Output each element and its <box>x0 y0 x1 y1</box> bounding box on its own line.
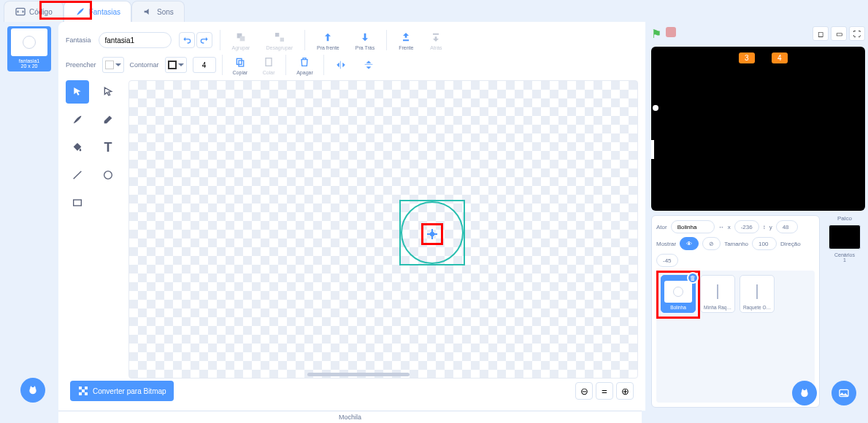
copy-button[interactable]: Copiar <box>228 54 253 77</box>
zoom-out-button[interactable]: ⊖ <box>575 382 593 400</box>
backdrop-count: 1 <box>834 257 855 263</box>
tab-code-label: Código <box>29 8 53 16</box>
green-flag-button[interactable]: ⚑ <box>651 27 661 41</box>
redo-button[interactable] <box>196 32 212 48</box>
text-tool[interactable]: T <box>96 136 120 159</box>
delete-button[interactable]: Apagar <box>292 54 318 77</box>
stop-button[interactable] <box>666 27 676 37</box>
xy-icon: ↔ <box>718 224 724 230</box>
svg-point-9 <box>104 171 112 179</box>
undo-button[interactable] <box>179 32 195 48</box>
sprite-name-input[interactable] <box>677 224 708 230</box>
x-label: x <box>728 224 731 230</box>
sprite-card-raquete-oponente[interactable]: Raquete O… <box>740 275 775 313</box>
stage-small-button[interactable]: ◻ <box>813 26 829 41</box>
tab-costumes-label: Fantasias <box>89 8 120 16</box>
front-button[interactable]: Frente <box>394 29 418 52</box>
group-button[interactable]: Agrupar <box>228 29 255 52</box>
stage[interactable]: 3 4 <box>651 47 865 211</box>
zoom-in-button[interactable]: ⊕ <box>616 382 634 400</box>
arrow-down-icon <box>359 31 371 43</box>
fill-swatch[interactable] <box>102 57 124 73</box>
outline-swatch[interactable] <box>165 57 187 73</box>
tab-costumes[interactable]: Fantasias <box>64 1 131 22</box>
sprite-card-minha-raquete[interactable]: Minha Raq… <box>700 275 735 313</box>
eraser-tool[interactable] <box>96 108 120 131</box>
text-icon: T <box>104 140 112 155</box>
costume-thumb-size: 20 x 20 <box>21 63 38 69</box>
hide-button[interactable]: ⊘ <box>702 237 721 250</box>
bitmap-icon <box>77 385 89 397</box>
svg-rect-15 <box>85 392 88 395</box>
backdrop-label: Cenários <box>834 252 855 257</box>
stage-full-button[interactable]: ⛶ <box>849 26 865 41</box>
undo-icon <box>181 34 193 46</box>
trash-icon <box>299 56 310 68</box>
canvas-h-scrollbar[interactable] <box>307 373 410 376</box>
tab-sounds[interactable]: Sons <box>131 1 185 22</box>
convert-bitmap-button[interactable]: Converter para Bitmap <box>70 381 174 401</box>
svg-rect-4 <box>280 37 283 41</box>
delete-sprite-button[interactable]: 🗑 <box>687 272 699 284</box>
svg-rect-10 <box>74 200 82 206</box>
backward-button[interactable]: Pra Trás <box>351 29 379 52</box>
add-sprite-fab[interactable] <box>792 381 817 405</box>
backpack-bar[interactable]: Mochila <box>58 411 642 423</box>
flip-h-button[interactable] <box>330 57 352 73</box>
zoom-reset-button[interactable]: = <box>596 382 613 400</box>
paste-button[interactable]: Colar <box>258 54 280 77</box>
flip-v-button[interactable] <box>358 57 380 73</box>
arrow-up-icon <box>322 31 334 43</box>
tab-code[interactable]: Código <box>4 1 64 22</box>
sprite-card-label: Raquete O… <box>743 305 771 310</box>
y-label: y <box>769 224 772 230</box>
line-icon <box>72 169 83 181</box>
sprite-card-label: Minha Raq… <box>704 305 731 310</box>
sprite-y-value[interactable]: 48 <box>783 224 789 230</box>
annotation-center-highlight <box>421 223 443 245</box>
costume-thumb-name: fantasia1 <box>19 58 39 63</box>
sound-icon <box>142 6 154 18</box>
costume-name-input[interactable] <box>99 32 172 48</box>
line-tool[interactable] <box>66 163 89 187</box>
sprite-direction-value[interactable]: -45 <box>663 257 672 264</box>
sprite-size-value[interactable]: 100 <box>758 241 768 247</box>
paste-icon <box>263 56 274 68</box>
tab-sounds-label: Sons <box>157 8 174 16</box>
rect-icon <box>72 197 83 209</box>
separator <box>285 55 286 75</box>
ungroup-button[interactable]: Desagrupar <box>261 29 297 52</box>
fill-label: Preencher <box>66 61 96 69</box>
sprite-panel: Ator ↔ x -236 ↕ y 48 Mostrar 👁 ⊘ Tamanho… <box>651 215 820 408</box>
size-label: Tamanho <box>724 241 748 247</box>
show-label: Mostrar <box>656 241 676 247</box>
separator <box>304 30 305 50</box>
reshape-tool[interactable] <box>96 80 120 104</box>
stage-paddle <box>651 140 654 159</box>
costume-thumb-preview <box>11 28 47 56</box>
select-tool[interactable] <box>66 80 89 104</box>
crosshair-icon <box>427 229 437 239</box>
forward-button[interactable]: Pra frente <box>312 29 344 52</box>
paint-canvas[interactable] <box>128 80 638 379</box>
add-costume-fab[interactable] <box>20 378 45 403</box>
costume-thumb-1[interactable]: fantasia1 20 x 20 <box>7 26 51 71</box>
costume-name-label: Fantasia <box>66 36 91 44</box>
circle-icon <box>102 169 114 181</box>
fill-tool[interactable] <box>66 136 89 159</box>
back-button[interactable]: Atrás <box>425 29 447 52</box>
stroke-width-input[interactable] <box>193 57 216 73</box>
sprite-card-bolinha[interactable]: 🗑 Bolinha <box>661 275 696 313</box>
svg-point-17 <box>801 390 807 397</box>
stage-thumb[interactable] <box>829 225 861 249</box>
show-button[interactable]: 👁 <box>680 237 699 250</box>
add-backdrop-fab[interactable] <box>831 381 856 405</box>
back-icon <box>430 31 442 43</box>
flip-h-icon <box>335 59 347 71</box>
rect-tool[interactable] <box>66 191 89 214</box>
brush-tool[interactable] <box>66 108 89 131</box>
stage-large-button[interactable]: ▭ <box>831 26 847 41</box>
sprite-x-value[interactable]: -236 <box>741 224 753 230</box>
circle-tool[interactable] <box>96 163 120 187</box>
eraser-icon <box>102 114 114 125</box>
